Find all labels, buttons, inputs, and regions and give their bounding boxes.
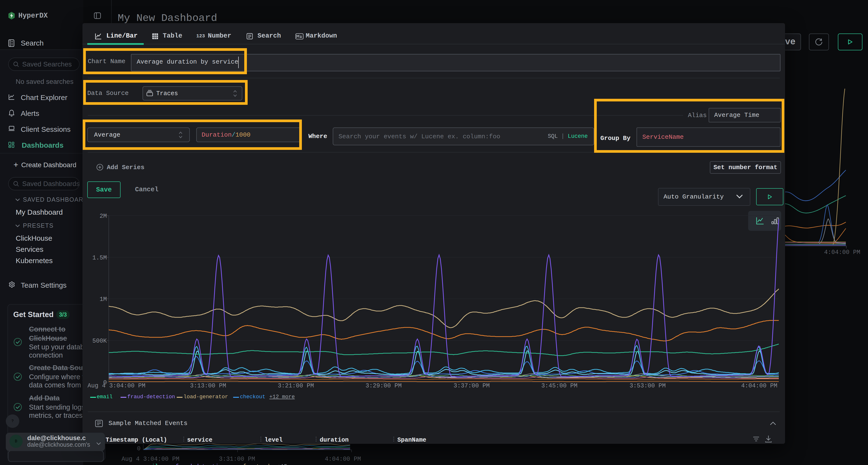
svg-text:— fraud-detection: — fraud-detection bbox=[168, 464, 225, 465]
svg-text:4:04:00 PM: 4:04:00 PM bbox=[325, 456, 361, 463]
svg-text:Aug 4 3:04:00 PM: Aug 4 3:04:00 PM bbox=[122, 456, 179, 463]
svg-text:4:04:00 PM: 4:04:00 PM bbox=[824, 249, 860, 256]
svg-text:0: 0 bbox=[137, 445, 141, 452]
svg-text:3:31:00 PM: 3:31:00 PM bbox=[219, 456, 255, 463]
svg-text:— frontend: — frontend bbox=[236, 464, 270, 465]
svg-text:— email: — email bbox=[135, 464, 158, 465]
svg-text:+15 more: +15 more bbox=[277, 464, 304, 465]
